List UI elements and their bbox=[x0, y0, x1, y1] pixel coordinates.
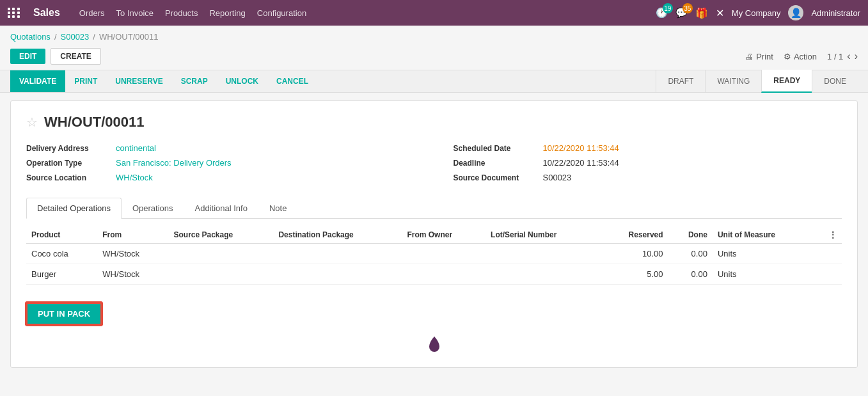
cell-source-package-0 bbox=[169, 244, 274, 264]
cell-from-1: WH/Stock bbox=[97, 264, 168, 285]
cell-reserved-1: 5.00 bbox=[601, 264, 668, 285]
cell-source-package-1 bbox=[169, 264, 274, 285]
cell-unit-0: Units bbox=[713, 244, 815, 264]
deadline-value: 10/22/2020 11:53:44 bbox=[543, 158, 619, 168]
breadcrumb: Quotations / S00023 / WH/OUT/00011 bbox=[0, 26, 868, 45]
stage-waiting[interactable]: WAITING bbox=[705, 70, 761, 93]
stage-ready[interactable]: READY bbox=[761, 70, 812, 93]
delivery-address-row: Delivery Address continental bbox=[26, 143, 415, 153]
breadcrumb-s00023[interactable]: S00023 bbox=[61, 32, 90, 42]
prev-page-button[interactable]: ‹ bbox=[847, 51, 850, 62]
tab-detailed-operations[interactable]: Detailed Operations bbox=[26, 198, 122, 219]
col-from: From bbox=[97, 226, 168, 244]
nav-reporting[interactable]: Reporting bbox=[209, 8, 245, 18]
unreserve-button[interactable]: UNRESERVE bbox=[106, 70, 171, 92]
operation-type-value[interactable]: San Francisco: Delivery Orders bbox=[116, 158, 232, 168]
cell-destination-package-1 bbox=[273, 264, 402, 285]
deadline-label: Deadline bbox=[454, 159, 537, 168]
pack-section: PUT IN PACK bbox=[26, 297, 842, 330]
tools-icon[interactable]: ✕ bbox=[716, 7, 724, 19]
teardrop-container bbox=[26, 337, 842, 354]
page-nav: 1 / 1 ‹ › bbox=[827, 51, 858, 62]
cell-lot-serial-0 bbox=[485, 244, 601, 264]
stage-done[interactable]: DONE bbox=[812, 70, 858, 93]
source-location-value[interactable]: WH/Stock bbox=[116, 173, 153, 182]
apps-icon[interactable] bbox=[8, 8, 20, 18]
navbar-right: 🕐 19 💬 35 🎁 ✕ My Company 👤 Administrator bbox=[656, 5, 860, 20]
tab-note[interactable]: Note bbox=[258, 198, 297, 218]
operations-table-wrapper: Product From Source Package Destination … bbox=[26, 226, 842, 285]
scheduled-date-row: Scheduled Date 10/22/2020 11:53:44 bbox=[454, 143, 842, 153]
cell-reserved-0: 10.00 bbox=[601, 244, 668, 264]
put-in-pack-button[interactable]: PUT IN PACK bbox=[26, 303, 102, 325]
breadcrumb-quotations[interactable]: Quotations bbox=[10, 32, 51, 42]
cell-product-1: Burger bbox=[26, 264, 97, 285]
cell-destination-package-0 bbox=[273, 244, 402, 264]
star-icon[interactable]: ☆ bbox=[26, 115, 38, 130]
teardrop-icon bbox=[428, 337, 441, 354]
action-button[interactable]: ⚙ Action bbox=[784, 52, 817, 61]
nav-to-invoice[interactable]: To Invoice bbox=[116, 8, 154, 18]
cell-done-0: 0.00 bbox=[668, 244, 713, 264]
col-source-package: Source Package bbox=[169, 226, 274, 244]
cancel-button[interactable]: CANCEL bbox=[267, 70, 317, 92]
cell-from-owner-0 bbox=[402, 244, 485, 264]
edit-button[interactable]: EDIT bbox=[10, 49, 45, 64]
stage-draft[interactable]: DRAFT bbox=[656, 70, 705, 93]
operation-type-row: Operation Type San Francisco: Delivery O… bbox=[26, 158, 415, 168]
fields-right: Scheduled Date 10/22/2020 11:53:44 Deadl… bbox=[454, 143, 842, 187]
page-info: 1 / 1 bbox=[827, 52, 843, 61]
cell-options-0 bbox=[815, 244, 842, 264]
action-bar: EDIT CREATE 🖨 Print ⚙ Action 1 / 1 ‹ › bbox=[0, 45, 868, 70]
create-button[interactable]: CREATE bbox=[51, 48, 100, 65]
scheduled-date-value: 10/22/2020 11:53:44 bbox=[543, 143, 619, 153]
nav-configuration[interactable]: Configuration bbox=[257, 8, 306, 18]
tab-additional-info[interactable]: Additional Info bbox=[184, 198, 258, 218]
username[interactable]: Administrator bbox=[811, 8, 860, 18]
breadcrumb-current: WH/OUT/00011 bbox=[99, 32, 158, 42]
nav-products[interactable]: Products bbox=[165, 8, 198, 18]
avatar[interactable]: 👤 bbox=[788, 5, 803, 20]
cell-options-1 bbox=[815, 264, 842, 285]
status-bar: VALIDATE PRINT UNRESERVE SCRAP UNLOCK CA… bbox=[0, 70, 868, 93]
col-reserved: Reserved bbox=[601, 226, 668, 244]
status-stages: DRAFT WAITING READY DONE bbox=[656, 70, 858, 93]
operation-type-label: Operation Type bbox=[26, 159, 109, 168]
cell-unit-1: Units bbox=[713, 264, 815, 285]
print-button[interactable]: 🖨 Print bbox=[745, 52, 773, 61]
col-done: Done bbox=[668, 226, 713, 244]
messages-badge[interactable]: 💬 35 bbox=[675, 7, 688, 19]
delivery-address-value[interactable]: continental bbox=[116, 143, 156, 153]
col-lot-serial: Lot/Serial Number bbox=[485, 226, 601, 244]
col-unit: Unit of Measure bbox=[713, 226, 815, 244]
col-product: Product bbox=[26, 226, 97, 244]
fields-row: Delivery Address continental Operation T… bbox=[26, 143, 842, 187]
delivery-address-label: Delivery Address bbox=[26, 144, 109, 153]
document-card: ☆ WH/OUT/00011 Delivery Address continen… bbox=[10, 100, 858, 368]
scheduled-date-label: Scheduled Date bbox=[454, 144, 537, 153]
nav-orders[interactable]: Orders bbox=[79, 8, 105, 18]
print-button-status[interactable]: PRINT bbox=[65, 70, 106, 92]
unlock-button[interactable]: UNLOCK bbox=[217, 70, 267, 92]
nav-menu: Orders To Invoice Products Reporting Con… bbox=[79, 8, 643, 18]
company-name[interactable]: My Company bbox=[732, 8, 781, 18]
scrap-button[interactable]: SCRAP bbox=[172, 70, 217, 92]
col-destination-package: Destination Package bbox=[273, 226, 402, 244]
navbar: Sales Orders To Invoice Products Reporti… bbox=[0, 0, 868, 26]
doc-title: WH/OUT/00011 bbox=[44, 114, 145, 131]
next-page-button[interactable]: › bbox=[855, 51, 858, 62]
main-content: ☆ WH/OUT/00011 Delivery Address continen… bbox=[0, 93, 868, 376]
brand[interactable]: Sales bbox=[33, 7, 60, 19]
clock-count: 19 bbox=[663, 3, 673, 13]
table-header-row: Product From Source Package Destination … bbox=[26, 226, 842, 244]
messages-count: 35 bbox=[683, 3, 693, 13]
cell-done-1: 0.00 bbox=[668, 264, 713, 285]
validate-button[interactable]: VALIDATE bbox=[10, 70, 65, 92]
cell-from-owner-1 bbox=[402, 264, 485, 285]
clock-badge[interactable]: 🕐 19 bbox=[656, 7, 668, 19]
tab-operations[interactable]: Operations bbox=[122, 198, 184, 218]
gear-icon: ⚙ bbox=[784, 52, 791, 61]
fields-left: Delivery Address continental Operation T… bbox=[26, 143, 415, 187]
action-right: 🖨 Print ⚙ Action 1 / 1 ‹ › bbox=[745, 51, 858, 62]
gift-icon[interactable]: 🎁 bbox=[695, 7, 708, 19]
